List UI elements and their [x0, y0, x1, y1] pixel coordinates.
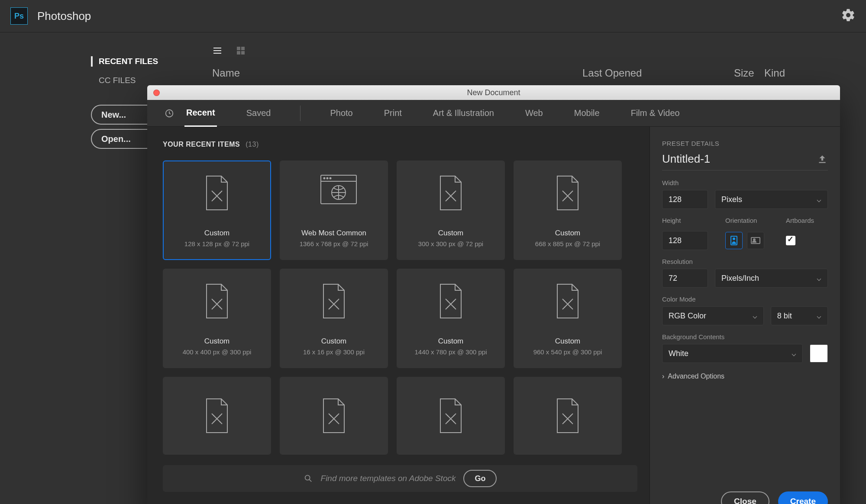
preset-card[interactable]: Web Most Common1366 x 768 px @ 72 ppi: [280, 161, 388, 260]
preset-card[interactable]: Custom960 x 540 px @ 300 ppi: [514, 269, 622, 368]
bit-depth-select[interactable]: 8 bit⌵: [771, 306, 828, 325]
column-name: Name: [212, 67, 582, 79]
tab-photo[interactable]: Photo: [328, 100, 354, 126]
svg-point-10: [327, 177, 328, 179]
app-bar: Ps Photoshop: [0, 0, 866, 32]
tab-recent[interactable]: Recent: [184, 100, 217, 127]
preset-card[interactable]: Custom128 x 128 px @ 72 ppi: [163, 161, 271, 260]
preset-card-name: Web Most Common: [301, 229, 366, 238]
document-icon: [319, 396, 349, 435]
preset-card-meta: 1366 x 768 px @ 72 ppi: [300, 240, 368, 247]
preset-count: (13): [246, 141, 259, 148]
svg-point-15: [733, 238, 735, 240]
svg-point-17: [753, 239, 755, 241]
svg-rect-2: [213, 53, 221, 54]
resolution-unit-select[interactable]: Pixels/Inch⌵: [715, 269, 828, 288]
orientation-portrait-button[interactable]: [725, 232, 743, 249]
document-icon: [553, 282, 582, 321]
chevron-right-icon: ›: [662, 372, 664, 380]
svg-point-11: [330, 177, 331, 179]
preset-details-panel: PRESET DETAILS Width Pixels⌵ Height Orie…: [650, 127, 840, 504]
chevron-down-icon: ⌵: [817, 195, 821, 204]
preset-list: YOUR RECENT ITEMS (13) Custom128 x 128 p…: [147, 127, 650, 504]
preset-card-name: Custom: [204, 337, 230, 346]
create-button[interactable]: Create: [778, 491, 828, 504]
preset-card-name: Custom: [321, 337, 347, 346]
background-label: Background Contents: [662, 333, 828, 340]
document-icon: [202, 173, 232, 212]
preset-card-meta: 668 x 885 px @ 72 ppi: [535, 240, 600, 247]
preset-card-name: Custom: [555, 229, 581, 238]
orientation-label: Orientation: [725, 217, 769, 224]
color-mode-select[interactable]: RGB Color⌵: [662, 306, 764, 325]
save-preset-icon[interactable]: [817, 154, 828, 165]
height-input[interactable]: [662, 231, 708, 250]
document-icon: [319, 282, 349, 321]
svg-rect-5: [237, 51, 240, 55]
preset-card[interactable]: [163, 377, 271, 455]
preset-card-name: Custom: [438, 337, 464, 346]
preset-card[interactable]: [397, 377, 505, 455]
document-icon: [436, 173, 465, 212]
background-swatch[interactable]: [810, 344, 828, 363]
stock-search-placeholder[interactable]: Find more templates on Adobe Stock: [321, 474, 456, 483]
document-name-input[interactable]: [662, 152, 811, 166]
width-input[interactable]: [662, 190, 708, 209]
gear-icon[interactable]: [841, 8, 856, 22]
svg-rect-6: [241, 51, 245, 55]
preset-card-meta: 128 x 128 px @ 72 ppi: [184, 240, 249, 247]
chevron-down-icon: ⌵: [817, 311, 821, 321]
column-size: Size: [734, 67, 764, 79]
close-button[interactable]: Close: [721, 491, 769, 504]
orientation-landscape-button[interactable]: [747, 232, 764, 249]
document-icon: [202, 396, 232, 435]
preset-card[interactable]: Custom300 x 300 px @ 72 ppi: [397, 161, 505, 260]
chevron-down-icon: ⌵: [817, 273, 821, 283]
preset-section-header: YOUR RECENT ITEMS (13): [163, 141, 637, 148]
advanced-options-toggle[interactable]: ›Advanced Options: [662, 372, 828, 380]
resolution-label: Resolution: [662, 258, 828, 265]
preset-card-meta: 400 x 400 px @ 300 ppi: [183, 348, 252, 356]
svg-point-13: [305, 475, 310, 480]
background-select[interactable]: White⌵: [662, 344, 803, 363]
tab-saved[interactable]: Saved: [245, 100, 273, 126]
artboards-checkbox[interactable]: [786, 236, 795, 245]
view-toggle: [212, 45, 246, 56]
search-icon: [304, 474, 313, 483]
preset-card-meta: 960 x 540 px @ 300 ppi: [533, 348, 602, 356]
stock-search-go-button[interactable]: Go: [463, 470, 497, 487]
preset-card[interactable]: Custom1440 x 780 px @ 300 ppi: [397, 269, 505, 368]
preset-card[interactable]: Custom400 x 400 px @ 300 ppi: [163, 269, 271, 368]
close-icon[interactable]: [153, 90, 160, 96]
dialog-titlebar: New Document: [147, 85, 840, 100]
preset-card[interactable]: Custom668 x 885 px @ 72 ppi: [514, 161, 622, 260]
sidebar-item-label: RECENT FILES: [99, 57, 158, 66]
height-label: Height: [662, 217, 708, 224]
list-view-icon[interactable]: [212, 45, 223, 56]
chevron-down-icon: ⌵: [753, 311, 757, 321]
svg-rect-1: [213, 50, 221, 51]
preset-card-meta: 300 x 300 px @ 72 ppi: [418, 240, 483, 247]
document-icon: [553, 173, 582, 212]
width-unit-select[interactable]: Pixels⌵: [715, 190, 828, 209]
svg-rect-0: [213, 48, 221, 48]
preset-card[interactable]: [280, 377, 388, 455]
tab-web[interactable]: Web: [523, 100, 545, 126]
preset-card[interactable]: Custom16 x 16 px @ 300 ppi: [280, 269, 388, 368]
preset-card[interactable]: [514, 377, 622, 455]
color-mode-label: Color Mode: [662, 295, 828, 303]
web-icon: [319, 173, 349, 212]
sidebar-item-recent[interactable]: RECENT FILES: [91, 52, 195, 71]
tab-print[interactable]: Print: [382, 100, 404, 126]
tab-film-video[interactable]: Film & Video: [629, 100, 682, 126]
tab-art-illustration[interactable]: Art & Illustration: [431, 100, 496, 126]
svg-rect-4: [241, 47, 245, 50]
preset-card-name: Custom: [555, 337, 581, 346]
column-headers: Name Last Opened Size Kind: [212, 67, 785, 79]
column-last-opened: Last Opened: [582, 67, 734, 79]
tab-mobile[interactable]: Mobile: [572, 100, 601, 126]
grid-view-icon[interactable]: [236, 45, 246, 56]
resolution-input[interactable]: [662, 269, 708, 288]
column-kind: Kind: [764, 67, 785, 79]
sidebar-item-label: CC FILES: [99, 76, 136, 85]
